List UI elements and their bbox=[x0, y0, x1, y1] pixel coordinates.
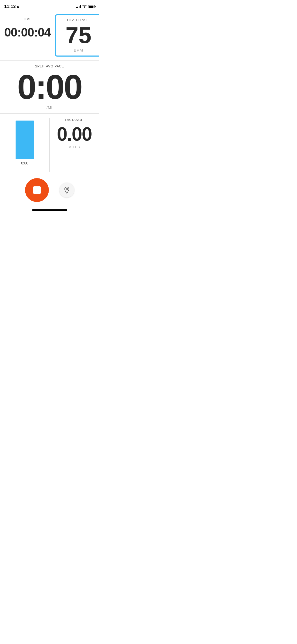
chart-section: 0:00 bbox=[0, 118, 50, 172]
status-icons bbox=[76, 5, 95, 8]
time-value: 00:00:04 bbox=[4, 25, 51, 39]
battery-icon bbox=[88, 5, 95, 8]
pace-value: 0:00 bbox=[4, 71, 95, 104]
signal-icon bbox=[76, 5, 81, 8]
location-pin-icon bbox=[64, 186, 70, 194]
pace-section: SPLIT AVG PACE 0:00 /MI bbox=[0, 61, 99, 110]
distance-section: DISTANCE 0.00 MILES bbox=[50, 118, 99, 172]
home-indicator bbox=[0, 209, 99, 213]
chart-bar bbox=[16, 121, 34, 159]
heart-rate-unit: BPM bbox=[59, 48, 98, 52]
distance-value: 0.00 bbox=[54, 125, 95, 144]
time-section: TIME 00:00:04 bbox=[4, 14, 51, 39]
chart-bar-container bbox=[16, 121, 34, 159]
heart-rate-label: HEART RATE bbox=[59, 18, 98, 22]
wifi-icon bbox=[82, 5, 87, 8]
stop-icon bbox=[33, 186, 41, 194]
distance-unit: MILES bbox=[54, 145, 95, 149]
distance-label: DISTANCE bbox=[54, 118, 95, 122]
navigation-arrow-icon bbox=[17, 5, 19, 8]
clock: 11:13 bbox=[4, 4, 16, 9]
heart-rate-box: HEART RATE 75 BPM bbox=[55, 14, 99, 57]
stop-button[interactable] bbox=[25, 178, 49, 202]
svg-point-1 bbox=[66, 188, 68, 190]
status-bar: 11:13 bbox=[0, 0, 99, 12]
chart-time: 0:00 bbox=[21, 161, 28, 165]
controls bbox=[0, 172, 99, 207]
heart-rate-value: 75 bbox=[59, 24, 98, 47]
home-indicator-bar bbox=[32, 209, 67, 211]
svg-marker-0 bbox=[17, 5, 19, 8]
top-metrics: TIME 00:00:04 HEART RATE 75 BPM bbox=[0, 12, 99, 57]
location-button[interactable] bbox=[59, 183, 74, 197]
time-label: TIME bbox=[4, 17, 51, 21]
bottom-section: 0:00 DISTANCE 0.00 MILES bbox=[0, 114, 99, 172]
status-time: 11:13 bbox=[4, 4, 19, 9]
